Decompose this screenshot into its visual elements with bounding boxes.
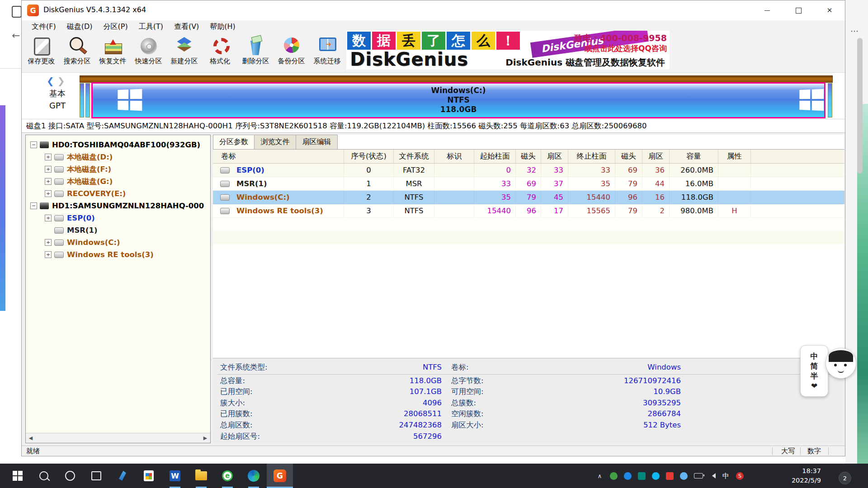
expand-icon[interactable]: + xyxy=(45,251,52,258)
menu-item-5[interactable]: 帮助(H) xyxy=(204,22,241,32)
table-row-1[interactable]: MSR(1)1MSR33693735794416.0MB xyxy=(213,177,844,191)
hidden-icons-chevron[interactable]: ∧ xyxy=(596,472,604,480)
taskbar-search-icon[interactable] xyxy=(31,464,57,488)
taskbar-start-icon[interactable] xyxy=(5,464,31,488)
tree-item-9[interactable]: +Windows RE tools(3) xyxy=(26,249,210,261)
table-cell xyxy=(718,177,751,190)
toolbar-button-search[interactable]: 搜索分区 xyxy=(59,34,95,70)
tree-item-3[interactable]: +本地磁盘(G:) xyxy=(26,175,210,188)
column-header-2[interactable]: 文件系统 xyxy=(394,150,434,163)
collapse-icon[interactable]: − xyxy=(30,202,37,209)
table-cell: H xyxy=(718,204,751,217)
toolbar-button-newpart[interactable]: 新建分区 xyxy=(166,34,202,70)
music-tray-icon[interactable]: S xyxy=(736,472,744,480)
table-row-0[interactable]: ESP(0)0FAT3203233336936260.0MB xyxy=(213,164,844,177)
toolbar-button-backup[interactable]: 备份分区 xyxy=(274,34,309,70)
taskbar-feishu-icon[interactable] xyxy=(109,464,136,488)
collapse-icon[interactable]: − xyxy=(30,141,37,148)
column-header-8[interactable]: 磁头 xyxy=(615,150,642,163)
background-scrollbar[interactable] xyxy=(857,38,863,174)
prev-disk-icon[interactable]: ❮ xyxy=(47,75,54,86)
table-cell: 79 xyxy=(615,177,642,190)
netease-tray-icon[interactable] xyxy=(666,472,674,480)
column-header-6[interactable]: 扇区 xyxy=(541,150,568,163)
volume-icon[interactable] xyxy=(709,473,716,479)
ime-assistant-widget[interactable]: 中简半❤ xyxy=(800,345,828,397)
toolbar-button-delete[interactable]: 删除分区 xyxy=(238,34,274,70)
table-cell xyxy=(434,177,474,190)
tree-item-2[interactable]: +本地磁盘(F:) xyxy=(26,163,210,175)
taskbar-360-icon[interactable]: e xyxy=(214,464,241,488)
table-row-3[interactable]: Windows RE tools(3)3NTFS1544096171556579… xyxy=(213,204,844,218)
column-header-0[interactable]: 卷标 xyxy=(213,150,344,163)
taskbar-store-icon[interactable] xyxy=(136,464,162,488)
column-header-4[interactable]: 起始柱面 xyxy=(474,150,516,163)
msr-partition-block[interactable] xyxy=(85,83,90,117)
battery-icon[interactable] xyxy=(694,473,703,479)
tree-item-8[interactable]: +Windows(C:) xyxy=(26,236,210,249)
expand-icon[interactable]: + xyxy=(45,239,52,246)
tree-item-1[interactable]: +本地磁盘(D:) xyxy=(26,151,210,163)
tree-item-0[interactable]: −HD0:TOSHIBAMQ04ABF100(932GB) xyxy=(26,139,210,151)
tree-item-5[interactable]: −HD1:SAMSUNGMZNLN128HAHQ-000 xyxy=(26,200,210,212)
expand-icon[interactable]: + xyxy=(45,178,52,185)
toolbar-button-migrate[interactable]: 系统迁移 xyxy=(309,34,345,70)
tab-0[interactable]: 分区参数 xyxy=(213,135,255,150)
close-button[interactable]: ✕ xyxy=(819,0,840,20)
tab-1[interactable]: 浏览文件 xyxy=(255,135,296,150)
column-header-11[interactable]: 属性 xyxy=(718,150,751,163)
table-row-2[interactable]: Windows(C:)2NTFS357945154409616118.0GB xyxy=(213,191,844,204)
windows-partition-block-selected[interactable]: Windows(C:) NTFS 118.0GB xyxy=(91,82,826,118)
taskbar-taskview-icon[interactable] xyxy=(83,464,109,488)
scroll-right-icon[interactable]: ▶ xyxy=(201,434,209,442)
expand-icon[interactable]: + xyxy=(45,190,52,197)
input-method-indicator[interactable]: 中 xyxy=(722,472,730,480)
menu-item-3[interactable]: 工具(T) xyxy=(133,22,169,32)
re-tools-partition-block[interactable] xyxy=(828,83,832,117)
esp-partition-block[interactable] xyxy=(80,83,84,117)
toolbar-button-format[interactable]: 格式化 xyxy=(202,34,238,70)
menu-item-0[interactable]: 文件(F) xyxy=(26,22,61,32)
next-disk-icon[interactable]: ❯ xyxy=(57,75,65,86)
tree-item-4[interactable]: +RECOVERY(E:) xyxy=(26,188,210,200)
disk-nav-arrows[interactable]: ❮ ❯ xyxy=(47,75,65,86)
tab-2[interactable]: 扇区编辑 xyxy=(296,135,338,150)
menu-item-2[interactable]: 分区(P) xyxy=(98,22,133,32)
ad-banner[interactable]: 数据丢了怎么！ DiskGenius DiskGenius 致电：400-008… xyxy=(346,31,670,70)
banner-qq-link[interactable]: 或点击此处选择QQ咨询 xyxy=(585,43,667,54)
taskbar-dg-icon[interactable]: G xyxy=(267,464,293,488)
taskbar-edge-icon[interactable] xyxy=(241,464,267,488)
toolbar-button-save[interactable]: 保存更改 xyxy=(24,34,59,70)
qq-tray-icon[interactable] xyxy=(652,472,660,480)
scroll-left-icon[interactable]: ◀ xyxy=(27,434,35,442)
taskbar-clock[interactable]: 18:37 2022/5/9 xyxy=(776,466,821,485)
thunder-tray-icon[interactable] xyxy=(680,472,688,480)
teams-tray-icon[interactable] xyxy=(638,472,646,480)
column-header-3[interactable]: 标识 xyxy=(434,150,474,163)
tree-horizontal-scrollbar[interactable]: ◀ ▶ xyxy=(26,433,210,443)
maximize-button[interactable] xyxy=(788,0,809,20)
toolbar-button-recover[interactable]: 恢复文件 xyxy=(95,34,131,70)
column-header-10[interactable]: 容量 xyxy=(670,150,718,163)
column-header-5[interactable]: 磁头 xyxy=(516,150,541,163)
expand-icon[interactable]: + xyxy=(45,166,52,173)
column-header-9[interactable]: 扇区 xyxy=(642,150,670,163)
menu-item-1[interactable]: 磁盘(D) xyxy=(61,22,98,32)
taskbar-explorer-icon[interactable] xyxy=(188,464,214,488)
minimize-button[interactable] xyxy=(757,0,778,20)
taskbar-cortana-icon[interactable] xyxy=(57,464,83,488)
expand-icon[interactable]: + xyxy=(45,215,52,221)
tree-item-6[interactable]: +ESP(0) xyxy=(26,212,210,224)
taskbar-word-icon[interactable]: W xyxy=(162,464,188,488)
tree-item-7[interactable]: MSR(1) xyxy=(26,224,210,236)
expand-icon[interactable]: + xyxy=(45,154,52,160)
menu-item-4[interactable]: 查看(V) xyxy=(169,22,204,32)
ime-assistant-avatar[interactable] xyxy=(826,348,856,379)
column-header-7[interactable]: 终止柱面 xyxy=(568,150,615,163)
table-cell: 16 xyxy=(642,191,670,204)
column-header-1[interactable]: 序号(状态) xyxy=(344,150,394,163)
toolbar-button-quickpart[interactable]: 快速分区 xyxy=(131,34,166,70)
sync-tray-icon[interactable] xyxy=(624,472,632,480)
notification-badge[interactable]: 2 xyxy=(839,472,851,484)
security-tray-icon[interactable] xyxy=(610,472,618,480)
